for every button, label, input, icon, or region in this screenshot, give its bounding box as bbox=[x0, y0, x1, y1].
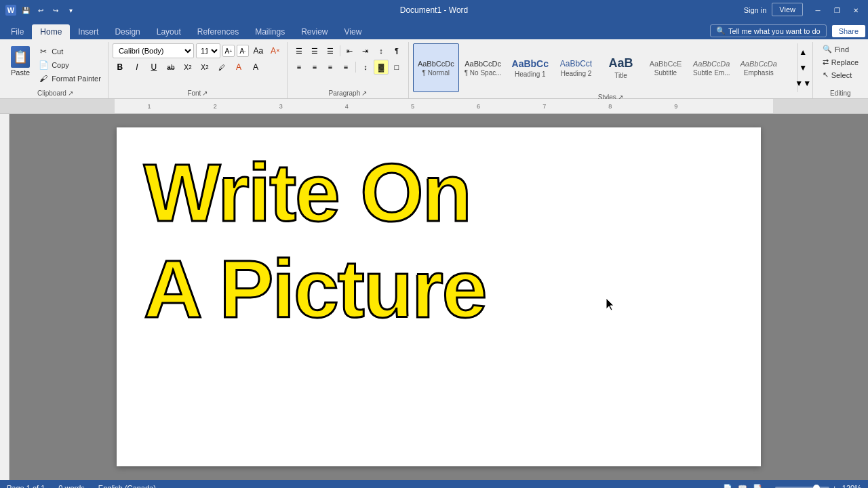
align-right-button[interactable]: ≡ bbox=[323, 60, 338, 75]
font-name-select[interactable]: Calibri (Body) bbox=[113, 43, 194, 58]
style-title[interactable]: AaB Title bbox=[599, 43, 643, 92]
replace-button[interactable]: ⇄ Replace bbox=[817, 56, 864, 68]
style-no-spacing-preview: AaBbCcDc bbox=[465, 60, 501, 68]
document-page[interactable]: Write On A Picture bbox=[117, 127, 761, 466]
font-color-button[interactable]: A bbox=[231, 60, 246, 75]
share-button[interactable]: View bbox=[772, 3, 803, 16]
view-print-icon[interactable]: 📄 bbox=[723, 484, 732, 489]
status-bar-right: 📄 📖 📑 ─ + 120% bbox=[723, 484, 861, 489]
font-format-row: B I U ab X2 X2 🖊 A A bbox=[113, 60, 283, 75]
font-label-text: Font bbox=[187, 89, 201, 97]
ribbon-body: 📋 Paste ✂ Cut 📄 Copy 🖌 Format Painter bbox=[0, 39, 868, 99]
sort-button[interactable]: ↕ bbox=[374, 43, 389, 58]
paragraph-expand-icon[interactable]: ↗ bbox=[361, 89, 367, 97]
underline-button[interactable]: U bbox=[146, 60, 161, 75]
find-button[interactable]: 🔍 Find bbox=[817, 43, 854, 55]
subscript-button[interactable]: X2 bbox=[180, 60, 195, 75]
qat-redo-button[interactable]: ↪ bbox=[50, 5, 61, 16]
font-group: Calibri (Body) 11 A+ A- Aa A✕ B I U ab X… bbox=[108, 42, 288, 98]
qat-dropdown-button[interactable]: ▾ bbox=[65, 5, 76, 16]
multilevel-button[interactable]: ☰ bbox=[323, 43, 338, 58]
align-center-button[interactable]: ≡ bbox=[307, 60, 322, 75]
tab-layout[interactable]: Layout bbox=[149, 24, 189, 39]
decrease-indent-button[interactable]: ⇤ bbox=[342, 43, 357, 58]
document-text-line2[interactable]: A Picture bbox=[144, 244, 486, 333]
share-ribbon-button[interactable]: Share bbox=[832, 25, 865, 37]
ribbon-search[interactable]: 🔍 Tell me what you want to do bbox=[710, 24, 827, 37]
document-area[interactable]: Write On A Picture bbox=[9, 114, 868, 480]
align-left-button[interactable]: ≡ bbox=[292, 60, 307, 75]
bold-button[interactable]: B bbox=[113, 60, 127, 75]
numbering-button[interactable]: ☰ bbox=[307, 43, 322, 58]
cut-icon: ✂ bbox=[38, 46, 49, 57]
style-subtle-emphasis-label: Subtle Em... bbox=[693, 69, 730, 77]
styles-scroll-down-icon: ▼ bbox=[799, 63, 807, 73]
document-text-line1[interactable]: Write On bbox=[144, 148, 471, 237]
format-painter-button[interactable]: 🖌 Format Painter bbox=[35, 72, 104, 85]
para-align-row: ≡ ≡ ≡ ≡ ↕ ▓ □ bbox=[292, 60, 404, 75]
minimize-button[interactable]: ─ bbox=[811, 3, 825, 17]
font-size-decrease-button[interactable]: A- bbox=[237, 45, 249, 57]
tab-review[interactable]: Review bbox=[293, 24, 336, 39]
paragraph-content: ☰ ☰ ☰ ⇤ ⇥ ↕ ¶ ≡ ≡ ≡ ≡ ↕ ▓ □ bbox=[292, 42, 404, 88]
font-expand-icon[interactable]: ↗ bbox=[202, 89, 208, 97]
tab-insert[interactable]: Insert bbox=[70, 24, 106, 39]
shading-button[interactable]: ▓ bbox=[374, 60, 389, 75]
select-button[interactable]: ↖ Select bbox=[817, 69, 858, 81]
tab-file[interactable]: File bbox=[3, 24, 32, 39]
title-bar-right: Sign in View ─ ❐ ✕ bbox=[744, 3, 863, 18]
paragraph-label-text: Paragraph bbox=[329, 89, 361, 97]
style-heading1[interactable]: AaBbCc Heading 1 bbox=[507, 43, 553, 92]
paste-button[interactable]: 📋 Paste bbox=[7, 43, 34, 79]
clear-formatting-button[interactable]: A✕ bbox=[268, 43, 283, 58]
style-emphasis-label: Emphasis bbox=[744, 69, 774, 77]
tab-mailings[interactable]: Mailings bbox=[247, 24, 293, 39]
editing-group: 🔍 Find ⇄ Replace ↖ Select Editing bbox=[813, 42, 868, 98]
language-info: English (Canada) bbox=[98, 484, 156, 488]
line-spacing-button[interactable]: ↕ bbox=[358, 60, 373, 75]
tab-references[interactable]: References bbox=[189, 24, 247, 39]
zoom-slider-container[interactable]: ─ + bbox=[768, 484, 837, 488]
qat-save-button[interactable]: 💾 bbox=[20, 5, 31, 16]
zoom-out-button[interactable]: ─ bbox=[768, 484, 773, 488]
border-button[interactable]: □ bbox=[389, 60, 404, 75]
zoom-in-button[interactable]: + bbox=[832, 484, 836, 488]
style-emphasis[interactable]: AaBbCcDa Emphasis bbox=[735, 43, 781, 92]
styles-scroll-button[interactable]: ▲ ▼ ▼▼ bbox=[797, 43, 808, 92]
style-heading2[interactable]: AaBbCct Heading 2 bbox=[554, 43, 598, 92]
para-controls: ☰ ☰ ☰ ⇤ ⇥ ↕ ¶ ≡ ≡ ≡ ≡ ↕ ▓ □ bbox=[292, 43, 404, 75]
zoom-level[interactable]: 120% bbox=[842, 484, 861, 488]
cut-button[interactable]: ✂ Cut bbox=[35, 45, 104, 58]
restore-button[interactable]: ❐ bbox=[830, 3, 844, 17]
style-no-spacing[interactable]: AaBbCcDc ¶ No Spac... bbox=[460, 43, 507, 92]
change-case-button[interactable]: Aa bbox=[251, 43, 266, 58]
copy-button[interactable]: 📄 Copy bbox=[35, 58, 104, 72]
tab-home[interactable]: Home bbox=[32, 24, 70, 39]
style-heading2-preview: AaBbCct bbox=[560, 59, 592, 68]
italic-button[interactable]: I bbox=[130, 60, 144, 75]
show-marks-button[interactable]: ¶ bbox=[389, 43, 404, 58]
ruler-content[interactable]: 1 2 3 4 5 6 7 8 9 bbox=[115, 99, 773, 113]
style-normal[interactable]: AaBbCcDc ¶ Normal bbox=[413, 43, 459, 92]
text-effects-button[interactable]: A bbox=[248, 60, 263, 75]
view-read-icon[interactable]: 📑 bbox=[753, 484, 762, 489]
justify-button[interactable]: ≡ bbox=[338, 60, 353, 75]
sign-in-button[interactable]: Sign in bbox=[744, 6, 767, 14]
style-subtle-emphasis[interactable]: AaBbCcDa Subtle Em... bbox=[688, 43, 734, 92]
bullets-button[interactable]: ☰ bbox=[292, 43, 307, 58]
tab-design[interactable]: Design bbox=[106, 24, 148, 39]
close-button[interactable]: ✕ bbox=[849, 3, 863, 17]
increase-indent-button[interactable]: ⇥ bbox=[358, 43, 373, 58]
clipboard-expand-icon[interactable]: ↗ bbox=[68, 89, 73, 97]
font-size-select[interactable]: 11 bbox=[196, 43, 220, 58]
find-label: Find bbox=[835, 45, 849, 54]
qat-undo-button[interactable]: ↩ bbox=[35, 5, 46, 16]
font-size-increase-button[interactable]: A+ bbox=[222, 45, 235, 57]
view-web-icon[interactable]: 📖 bbox=[738, 484, 747, 489]
style-subtitle[interactable]: AaBbCcE Subtitle bbox=[644, 43, 688, 92]
superscript-button[interactable]: X2 bbox=[197, 60, 212, 75]
strikethrough-button[interactable]: ab bbox=[163, 60, 178, 75]
tab-view[interactable]: View bbox=[336, 24, 370, 39]
editing-buttons: 🔍 Find ⇄ Replace ↖ Select bbox=[817, 43, 864, 81]
text-highlight-button[interactable]: 🖊 bbox=[214, 60, 229, 75]
